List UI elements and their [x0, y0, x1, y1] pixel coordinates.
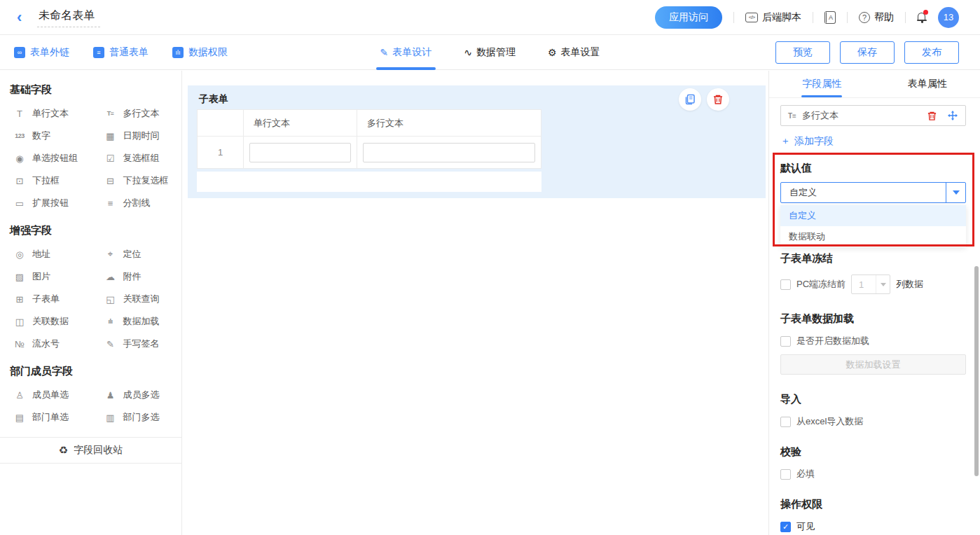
field-item-address[interactable]: ◎地址: [0, 243, 91, 265]
help-button[interactable]: ? 帮助: [859, 11, 894, 24]
multi-line-input[interactable]: [363, 143, 535, 162]
field-item-single-line-text[interactable]: T单行文本: [0, 102, 91, 125]
data-load-label: 是否开启数据加载: [796, 335, 869, 347]
tab-data-management[interactable]: ∿ 数据管理: [464, 35, 516, 70]
data-load-settings-button[interactable]: 数据加载设置: [780, 354, 966, 375]
field-item-member-multi[interactable]: ♟成员多选: [91, 384, 182, 406]
import-row: 从excel导入数据: [780, 415, 966, 428]
app-access-button[interactable]: 应用访问: [655, 6, 722, 29]
import-label: 从excel导入数据: [796, 415, 863, 428]
data-load-checkbox[interactable]: [780, 336, 791, 347]
dropdown-option-custom[interactable]: 自定义: [780, 205, 966, 226]
field-item-positioning[interactable]: ⌖定位: [91, 243, 182, 265]
add-field-link[interactable]: ＋ 添加字段: [780, 135, 966, 148]
field-label: 数据加载: [123, 315, 160, 328]
tab-form-settings-label: 表单设置: [561, 46, 600, 59]
dropdown-option-data-linkage[interactable]: 数据联动: [780, 226, 966, 247]
scrollbar-thumb[interactable]: [974, 266, 979, 476]
related-data-icon: ◫: [13, 317, 27, 327]
back-icon[interactable]: ‹: [17, 10, 22, 25]
field-item-signature[interactable]: ✎手写签名: [91, 333, 182, 355]
import-title: 导入: [780, 393, 966, 406]
field-item-related-query[interactable]: ◱关联查询: [91, 288, 182, 310]
tab-form-settings[interactable]: ⚙ 表单设置: [548, 35, 600, 70]
dropdown-multi-icon: ⊟: [104, 176, 118, 186]
import-checkbox[interactable]: [780, 417, 791, 427]
tab-form-properties[interactable]: 表单属性: [875, 71, 980, 97]
multi-line-text-icon: T≡: [104, 110, 118, 117]
location-pin-icon: ◎: [13, 249, 27, 260]
field-item-dept-multi[interactable]: ▥部门多选: [91, 406, 182, 429]
form-external-link-item[interactable]: ∞ 表单外链: [14, 46, 69, 59]
field-item-multi-line-text[interactable]: T≡多行文本: [91, 102, 182, 125]
default-value-title: 默认值: [780, 162, 966, 175]
delete-button[interactable]: [707, 88, 729, 111]
field-item-checkbox-group[interactable]: ☑复选框组: [91, 147, 182, 169]
tab-field-properties[interactable]: 字段属性: [769, 71, 875, 97]
notification-dot: [923, 10, 928, 15]
backend-script-button[interactable]: </> 后端脚本: [745, 11, 801, 24]
mini-caret-zone: [876, 275, 890, 293]
people-icon: ♟: [104, 390, 118, 401]
field-item-number[interactable]: 123数字: [0, 125, 91, 147]
image-icon: ▨: [13, 272, 27, 282]
field-label: 定位: [123, 248, 142, 260]
validation-title: 校验: [780, 445, 966, 459]
field-item-serial-number[interactable]: №流水号: [0, 333, 91, 355]
field-label: 成员多选: [123, 389, 160, 401]
preview-button[interactable]: 预览: [775, 41, 830, 64]
notification-bell-icon[interactable]: [917, 12, 927, 22]
field-item-data-loading[interactable]: ılı数据加载: [91, 310, 182, 333]
field-item-extend-button[interactable]: ▭扩展按钮: [0, 192, 91, 214]
field-item-dept-single[interactable]: ▤部门单选: [0, 406, 91, 429]
field-label: 分割线: [123, 197, 151, 209]
publish-button[interactable]: 发布: [904, 41, 959, 64]
normal-form-item[interactable]: ≡ 普通表单: [93, 46, 149, 59]
field-delete-icon[interactable]: [927, 111, 937, 121]
divider: [813, 12, 813, 23]
data-permission-item[interactable]: ılı 数据权限: [172, 46, 228, 59]
dropdown-icon: ⊡: [13, 176, 27, 186]
copy-button[interactable]: [679, 88, 701, 111]
field-label: 单行文本: [32, 107, 69, 120]
freeze-count-select[interactable]: 1: [851, 275, 890, 294]
field-move-icon[interactable]: [947, 110, 958, 121]
field-item-attachment[interactable]: ☁附件: [91, 265, 182, 288]
column-header-single-line: 单行文本: [244, 110, 357, 137]
visible-checkbox-checked[interactable]: ✓: [780, 522, 791, 532]
visible-row: ✓ 可见: [780, 520, 966, 533]
tab-form-design[interactable]: ✎ 表单设计: [380, 35, 432, 70]
link-icon: ∞: [14, 47, 25, 58]
default-value-select[interactable]: 自定义: [780, 182, 966, 203]
subform-actions: [679, 88, 729, 111]
subform-block-selected[interactable]: 子表单 单行文本 多行文本: [188, 85, 766, 198]
address-book-icon[interactable]: A: [824, 11, 836, 24]
required-row: 必填: [780, 468, 966, 480]
field-item-divider-line[interactable]: ≡分割线: [91, 192, 182, 214]
field-chip-multiline[interactable]: T≡ 多行文本: [780, 105, 966, 126]
freeze-checkbox[interactable]: [780, 279, 791, 290]
single-line-input[interactable]: [249, 143, 351, 162]
form-canvas[interactable]: 子表单 单行文本 多行文本: [183, 71, 768, 535]
header-actions: 应用访问 </> 后端脚本 A ? 帮助 13: [655, 6, 959, 29]
field-item-datetime[interactable]: ▦日期时间: [91, 125, 182, 147]
form-external-link-label: 表单外链: [30, 46, 69, 59]
required-checkbox[interactable]: [780, 469, 791, 480]
field-label: 关联查询: [123, 293, 160, 305]
freeze-suffix: 列数据: [896, 278, 923, 291]
field-recycle-bin[interactable]: ♻ 字段回收站: [0, 437, 181, 464]
field-item-member-single[interactable]: ♙成员单选: [0, 384, 91, 406]
field-item-dropdown[interactable]: ⊡下拉框: [0, 169, 91, 192]
field-item-subform[interactable]: ⊞子表单: [0, 288, 91, 310]
single-line-text-icon: T: [13, 109, 27, 119]
avatar[interactable]: 13: [938, 7, 959, 28]
save-button[interactable]: 保存: [840, 41, 895, 64]
field-item-radio-group[interactable]: ◉单选按钮组: [0, 147, 91, 169]
divider: [847, 12, 848, 23]
field-item-image[interactable]: ▨图片: [0, 265, 91, 288]
field-item-dropdown-multi[interactable]: ⊟下拉复选框: [91, 169, 182, 192]
divider-icon: ≡: [104, 198, 118, 209]
field-item-related-data[interactable]: ◫关联数据: [0, 310, 91, 333]
form-title[interactable]: 未命名表单: [37, 7, 100, 27]
copy-icon: [684, 94, 696, 105]
